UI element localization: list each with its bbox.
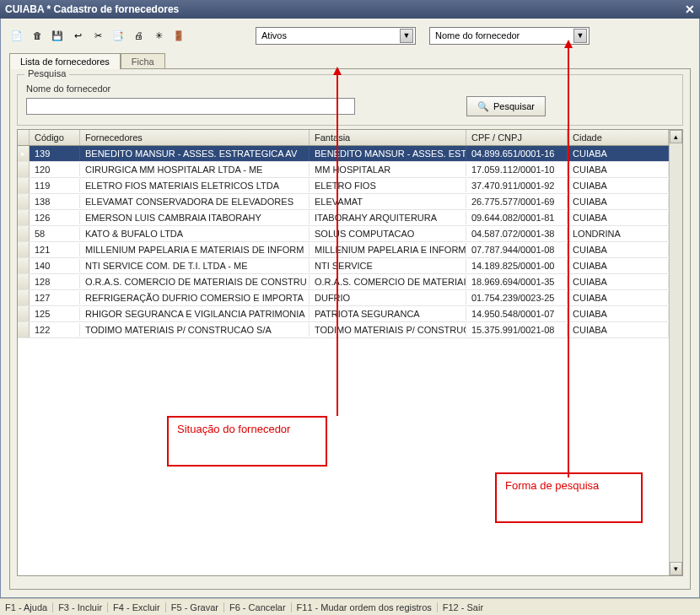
statusbar-item: F11 - Mudar ordem dos registros bbox=[291, 602, 437, 612]
search-button[interactable]: 🔍 Pesquisar bbox=[466, 96, 546, 116]
table-row[interactable]: 126EMERSON LUIS CAMBRAIA ITABORAHYITABOR… bbox=[18, 210, 682, 226]
save-icon[interactable]: 💾 bbox=[50, 28, 65, 43]
tabs: Lista de fornecedores Ficha bbox=[1, 52, 699, 68]
cell-fantasia: ITABORAHY ARQUITERURA bbox=[310, 211, 466, 224]
row-marker bbox=[18, 274, 30, 289]
cell-cidade: CUIABA bbox=[568, 147, 669, 160]
cell-cpfcnpj: 18.969.694/0001-35 bbox=[466, 275, 568, 289]
table-row[interactable]: 122TODIMO MATERIAIS P/ CONSTRUCAO S/ATOD… bbox=[18, 322, 682, 338]
cut-icon[interactable]: ✂ bbox=[90, 28, 105, 43]
cell-fantasia: MM HOSPITALAR bbox=[310, 163, 466, 176]
close-icon[interactable]: ✕ bbox=[685, 3, 695, 16]
grid-scrollbar[interactable]: ▴ ▾ bbox=[669, 130, 682, 575]
cell-fornecedor: ELEVAMAT CONSERVADORA DE ELEVADORES bbox=[80, 195, 310, 208]
row-marker bbox=[18, 210, 30, 225]
grid-rows: ▸139BENEDITO MANSUR - ASSES. ESTRATEGICA… bbox=[18, 146, 682, 338]
cell-fornecedor: CIRURGICA MM HOSPITALAR LTDA - ME bbox=[80, 163, 310, 176]
statusbar-item: F12 - Sair bbox=[437, 602, 488, 612]
table-row[interactable]: 128O.R.A.S. COMERCIO DE MATERIAIS DE CON… bbox=[18, 274, 682, 290]
statusbar-item: F4 - Excluir bbox=[107, 602, 165, 612]
table-row[interactable]: 138ELEVAMAT CONSERVADORA DE ELEVADORESEL… bbox=[18, 194, 682, 210]
table-row[interactable]: 125RHIGOR SEGURANCA E VIGILANCIA PATRIMO… bbox=[18, 306, 682, 322]
cell-cidade: CUIABA bbox=[568, 163, 669, 176]
cell-fornecedor: EMERSON LUIS CAMBRAIA ITABORAHY bbox=[80, 211, 310, 224]
cell-cidade: CUIABA bbox=[568, 179, 669, 192]
cell-codigo: 58 bbox=[30, 227, 80, 240]
table-row[interactable]: 127REFRIGERAÇÃO DUFRIO COMERSIO E IMPORT… bbox=[18, 290, 682, 306]
cell-cidade: CUIABA bbox=[568, 275, 669, 289]
titlebar: CUIABA * Cadastro de fornecedores ✕ bbox=[0, 0, 700, 19]
statusbar-item: F6 - Cancelar bbox=[223, 602, 291, 612]
tab-ficha[interactable]: Ficha bbox=[121, 53, 165, 69]
col-cpfcnpj[interactable]: CPF / CNPJ bbox=[466, 130, 568, 145]
cell-codigo: 128 bbox=[30, 275, 80, 289]
cell-codigo: 126 bbox=[30, 211, 80, 224]
cell-fantasia: DUFRIO bbox=[310, 291, 466, 305]
status-filter-combo[interactable]: Ativos ▼ bbox=[256, 27, 416, 45]
cell-fornecedor: REFRIGERAÇÃO DUFRIO COMERSIO E IMPORTA bbox=[80, 291, 310, 305]
cell-cpfcnpj: 26.775.577/0001-69 bbox=[466, 195, 568, 208]
cell-cpfcnpj: 04.587.072/0001-38 bbox=[466, 227, 568, 240]
cell-codigo: 140 bbox=[30, 259, 80, 272]
row-marker bbox=[18, 242, 30, 257]
cell-cidade: CUIABA bbox=[568, 259, 669, 272]
cell-cpfcnpj: 37.470.911/0001-92 bbox=[466, 179, 568, 192]
table-row[interactable]: 121MILLENIUM PAPELARIA E MATERIAIS DE IN… bbox=[18, 242, 682, 258]
print-icon[interactable]: 🖨 bbox=[131, 28, 146, 43]
undo-icon[interactable]: ↩ bbox=[70, 28, 85, 43]
table-row[interactable]: ▸139BENEDITO MANSUR - ASSES. ESTRATEGICA… bbox=[18, 146, 682, 162]
annotation-status-label: Situação do fornecedor bbox=[177, 423, 290, 435]
col-codigo[interactable]: Código bbox=[30, 130, 80, 145]
cell-fantasia: PATRIOTA SEGURANCA bbox=[310, 307, 466, 321]
cell-cpfcnpj: 09.644.082/0001-81 bbox=[466, 211, 568, 224]
scroll-up-icon[interactable]: ▴ bbox=[670, 130, 682, 143]
row-marker bbox=[18, 306, 30, 321]
chevron-down-icon: ▼ bbox=[400, 29, 413, 43]
table-row[interactable]: 119ELETRO FIOS MATERIAIS ELETRICOS LTDAE… bbox=[18, 178, 682, 194]
search-input[interactable] bbox=[26, 98, 355, 115]
col-cidade[interactable]: Cidade bbox=[568, 130, 669, 145]
cell-fantasia: MILLENIUM PAPELARIA E INFORMATICA bbox=[310, 243, 466, 256]
search-group: Pesquisa Nome do fornecedor 🔍 Pesquisar bbox=[17, 74, 683, 126]
col-fornecedores[interactable]: Fornecedores bbox=[80, 130, 310, 145]
cell-cidade: CUIABA bbox=[568, 323, 669, 337]
status-filter-value: Ativos bbox=[261, 30, 287, 40]
cell-fornecedor: O.R.A.S. COMERCIO DE MATERIAIS DE CONSTR… bbox=[80, 275, 310, 289]
cell-fantasia: TODIMO MATERIAIS P/ CONSTRUCAO bbox=[310, 323, 466, 337]
cell-codigo: 122 bbox=[30, 323, 80, 337]
export-icon[interactable]: ✳ bbox=[151, 28, 166, 43]
cell-cpfcnpj: 07.787.944/0001-08 bbox=[466, 243, 568, 256]
search-group-legend: Pesquisa bbox=[24, 68, 69, 78]
cell-cidade: LONDRINA bbox=[568, 227, 669, 240]
delete-icon[interactable]: 🗑 bbox=[30, 28, 45, 43]
window-body: 📄 🗑 💾 ↩ ✂ 📑 🖨 ✳ 🚪 Ativos ▼ Nome do forne… bbox=[0, 19, 700, 598]
table-row[interactable]: 58KATO & BUFALO LTDASOLUS COMPUTACAO04.5… bbox=[18, 226, 682, 242]
row-marker bbox=[18, 290, 30, 305]
tab-lista[interactable]: Lista de fornecedores bbox=[9, 53, 121, 69]
cell-fantasia: BENEDITO MANSUR - ASSES. ESTRATEG bbox=[310, 147, 466, 160]
cell-cpfcnpj: 15.375.991/0021-08 bbox=[466, 323, 568, 337]
col-fantasia[interactable]: Fantasia bbox=[310, 130, 466, 145]
cell-codigo: 138 bbox=[30, 195, 80, 208]
search-icon: 🔍 bbox=[477, 101, 489, 112]
table-row[interactable]: 120CIRURGICA MM HOSPITALAR LTDA - MEMM H… bbox=[18, 162, 682, 178]
statusbar: F1 - AjudaF3 - IncluirF4 - ExcluirF5 - G… bbox=[0, 598, 700, 615]
chevron-down-icon: ▼ bbox=[573, 29, 587, 43]
search-field-label: Nome do fornecedor bbox=[26, 84, 674, 94]
cell-fornecedor: MILLENIUM PAPELARIA E MATERIAIS DE INFOR… bbox=[80, 243, 310, 256]
row-marker bbox=[18, 226, 30, 241]
cell-fantasia: SOLUS COMPUTACAO bbox=[310, 227, 466, 240]
scroll-down-icon[interactable]: ▾ bbox=[670, 562, 682, 575]
cell-codigo: 120 bbox=[30, 163, 80, 176]
cell-cpfcnpj: 04.899.651/0001-16 bbox=[466, 147, 568, 160]
table-row[interactable]: 140NTI SERVICE COM. DE T.I. LTDA - MENTI… bbox=[18, 258, 682, 274]
cell-cidade: CUIABA bbox=[568, 307, 669, 321]
exit-icon[interactable]: 🚪 bbox=[171, 28, 186, 43]
new-icon[interactable]: 📄 bbox=[9, 28, 24, 43]
row-marker bbox=[18, 178, 30, 193]
copy-icon[interactable]: 📑 bbox=[110, 28, 126, 43]
search-button-label: Pesquisar bbox=[493, 101, 535, 111]
row-marker bbox=[18, 162, 30, 177]
cell-fornecedor: TODIMO MATERIAIS P/ CONSTRUCAO S/A bbox=[80, 323, 310, 337]
annotation-line bbox=[568, 47, 569, 477]
